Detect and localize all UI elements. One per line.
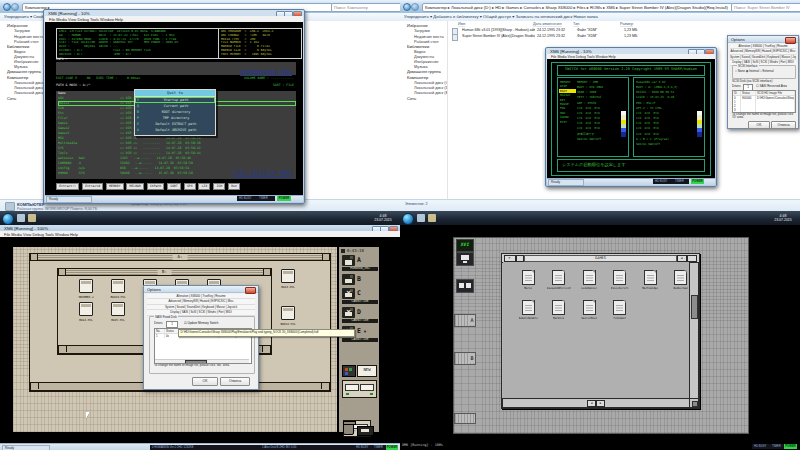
desktop-top-left: Компьютер ▸ Поиск: Компьютер Упорядочить… (0, 0, 400, 225)
trash-icon[interactable] (343, 422, 354, 435)
column-name[interactable]: Имя (458, 22, 465, 27)
drive-slot[interactable]: × D CANNOT USE (342, 307, 378, 323)
drive-slot[interactable]: A Human68k_Ver2 (342, 255, 378, 271)
horizontal-scrollbar[interactable]: ◂ ▸ (502, 398, 691, 408)
chevron-down-icon[interactable]: ▼ (363, 329, 367, 334)
list-hscrollbar[interactable] (155, 359, 249, 364)
lhes-button[interactable]: Run (228, 183, 240, 190)
sx-window-b-titlebar[interactable]: B: (58, 269, 271, 276)
taskbar-folder-icon[interactable] (428, 214, 436, 222)
update-memory-switch-checkbox[interactable]: ☑ Update Memory Switch (184, 321, 219, 325)
resize-grip[interactable] (689, 398, 699, 408)
sidebar-item[interactable]: Сеть (400, 96, 447, 101)
game-icon[interactable]: DiscoScroll (605, 270, 636, 291)
tray-icons[interactable] (330, 215, 353, 225)
forward-icon[interactable] (411, 3, 419, 11)
game-icon[interactable]: BubbleBobble (513, 300, 544, 321)
address-bar[interactable]: Компьютер ▸ Локальный диск (D:) ▸ HD ▸ G… (422, 3, 733, 12)
game-icon[interactable]: Mario (513, 270, 544, 291)
taskbar-clock[interactable]: 4:4823.07.2015 (368, 214, 398, 223)
tray-icons[interactable] (730, 215, 753, 225)
lhes-button[interactable]: ISH (213, 183, 225, 190)
sx-file-icon[interactable]: BARV2.PVL (272, 306, 304, 326)
game-icon[interactable]: MartialApe (635, 270, 666, 291)
options-tabs: Alteration | X68000 | TrueKey | ResumeAd… (147, 294, 255, 316)
lhes-button[interactable]: MEMORY (106, 183, 124, 190)
palette-icon[interactable] (342, 365, 356, 377)
search-input[interactable]: Поиск: Компьютер (331, 3, 400, 12)
sx-sidebar: 0:43:18 A Human68k_Ver2 (338, 247, 379, 432)
lhes-button[interactable]: SPX (184, 183, 196, 190)
sx-window-a-titlebar[interactable]: A: (30, 254, 330, 261)
clock-icon (341, 249, 345, 253)
sx-file-icon[interactable]: BA13.PVL (272, 269, 304, 289)
drives-stepper[interactable]: 1 (166, 321, 178, 328)
close-icon[interactable] (785, 37, 796, 44)
ok-button[interactable]: OK (192, 377, 218, 386)
lhes-button[interactable]: ChPath (147, 183, 165, 190)
sx-file-icon[interactable]: SBOMBER.x (70, 279, 102, 299)
xm6-status-bar: Ready HD BUSY TIMER POWER (547, 178, 715, 186)
cancel-button[interactable]: Отмена (771, 121, 796, 129)
lhes-button[interactable]: MELBAR (126, 183, 144, 190)
monitor-icon[interactable] (456, 252, 474, 266)
lhes-button[interactable]: Extract!! (56, 183, 79, 190)
vertical-scrollbar[interactable] (689, 262, 699, 400)
disk-icon[interactable] (357, 426, 374, 436)
address-text: Компьютер ▸ Локальный диск (D:) ▸ HD ▸ G… (425, 5, 728, 10)
drive-slot[interactable]: × C CANNOT USE (342, 288, 378, 304)
drive-utility-icon[interactable] (456, 279, 474, 293)
mouse-cursor (86, 412, 90, 419)
start-button[interactable] (2, 213, 14, 225)
drive-slot[interactable]: B (342, 274, 378, 285)
scsi-disk-list[interactable]: ID Status SCSI HD Image File 0 900000 D:… (732, 90, 796, 113)
scrollbar-thumb[interactable] (691, 295, 698, 319)
lhes-status-panel: LHES LH FILE EXTRACT SELECTOR version 0.… (56, 28, 220, 59)
reserved-flag-checkbox[interactable]: ☐ SASI Reserved Area (756, 84, 787, 88)
palette-bar (621, 111, 626, 137)
start-button[interactable] (402, 213, 414, 225)
game-icon[interactable]: Tetsman? (605, 300, 636, 321)
taskbar-app-icon[interactable] (17, 214, 25, 222)
column-size[interactable]: Размер (620, 22, 633, 27)
scsi-disk-row[interactable]: 3 (733, 108, 795, 112)
main-selector-label: MAIN SELECTOR AREA (234, 170, 292, 176)
search-input[interactable]: Поиск: Super Street Bomber IV (731, 3, 800, 12)
sx-file-icon[interactable]: BA15.PVL (102, 302, 134, 322)
sidebar-item[interactable]: Сеть (0, 96, 47, 101)
dual-floppy-drive-icon[interactable] (342, 380, 377, 398)
sx-file-icon[interactable]: BA14.PVL (70, 302, 102, 322)
taskbar-folder-icon[interactable] (28, 214, 36, 222)
cancel-button[interactable]: Отмена (220, 377, 250, 386)
game-icon[interactable]: SailorMoon (574, 300, 605, 321)
lhes-button[interactable]: SORT (167, 183, 181, 190)
lhes-button[interactable]: Extract# (82, 183, 103, 190)
taskbar-clock[interactable]: 4:4823.07.2015 (768, 214, 798, 223)
back-icon[interactable] (403, 3, 411, 11)
drive-b-bar[interactable]: B (454, 352, 476, 365)
game-icon[interactable]: Marbles (544, 300, 575, 321)
scroll-right-icon[interactable]: ▸ (596, 400, 605, 407)
forward-icon[interactable] (11, 3, 19, 11)
ok-button[interactable]: OK (748, 121, 770, 129)
game-icon-row: MarioAsuka120PercentLodeRunnerDiscoScrol… (513, 270, 696, 291)
device-bar[interactable] (454, 413, 476, 424)
scroll-left-icon[interactable]: ◂ (587, 400, 596, 407)
back-icon[interactable] (3, 3, 11, 11)
new-button[interactable]: NEW (357, 365, 377, 377)
drive-a-bar[interactable]: A (454, 314, 476, 327)
column-date[interactable]: Дата изменения (533, 22, 562, 27)
popup-menu-item[interactable]: ADefault ARCHIVE path (135, 127, 215, 133)
taskbar: 4:4823.07.2015 (400, 211, 800, 225)
column-type[interactable]: Тип (573, 22, 579, 27)
switch-menu-item[interactable]: EXIT (559, 120, 576, 124)
sx-file-icon[interactable]: BAIK3.PVL (102, 279, 134, 299)
taskbar-app-icon[interactable] (417, 214, 425, 222)
game-icon[interactable]: Asuka120Percent (544, 270, 575, 291)
status-hd: HD BUSY (752, 444, 772, 449)
lhes-button[interactable]: LZX (198, 183, 210, 190)
close-icon[interactable] (245, 287, 256, 294)
drive-status-chip: CANNOT USE (342, 338, 378, 342)
scsi-disk-label: SCSI Disk (via SCSI interface) (732, 79, 773, 83)
game-icon[interactable]: LodeRunner (574, 270, 605, 291)
